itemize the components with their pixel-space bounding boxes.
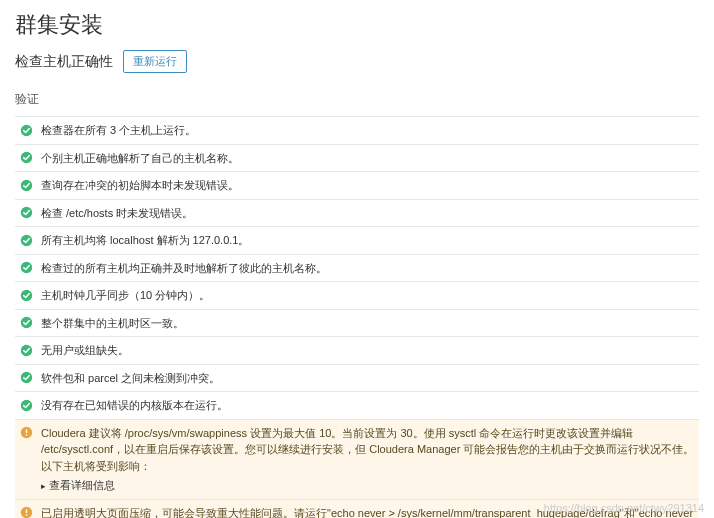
warn-icon [19,426,33,440]
verify-item-text: 检查器在所有 3 个主机上运行。 [41,122,695,139]
verify-item: 个别主机正确地解析了自己的主机名称。 [15,145,699,173]
svg-point-10 [20,399,31,410]
verify-item: 检查 /etc/hosts 时未发现错误。 [15,200,699,228]
check-icon [19,151,33,165]
svg-point-5 [20,262,31,273]
detail-toggle[interactable]: 查看详细信息 [41,477,695,494]
svg-point-3 [20,207,31,218]
check-icon [19,123,33,137]
section-label: 验证 [15,91,699,108]
verify-item-text: 检查 /etc/hosts 时未发现错误。 [41,205,695,222]
svg-rect-15 [25,509,26,513]
svg-rect-12 [25,429,26,433]
page-title: 群集安装 [15,10,699,40]
rerun-button[interactable]: 重新运行 [123,50,187,73]
svg-point-2 [20,179,31,190]
verify-item-text: 没有存在已知错误的内核版本在运行。 [41,397,695,414]
svg-point-7 [20,317,31,328]
svg-point-4 [20,234,31,245]
check-icon [19,316,33,330]
check-icon [19,343,33,357]
verify-item: 软件包和 parcel 之间未检测到冲突。 [15,365,699,393]
svg-point-8 [20,344,31,355]
svg-point-1 [20,152,31,163]
verify-item-text: 所有主机均将 localhost 解析为 127.0.0.1。 [41,232,695,249]
verify-item-text: 查询存在冲突的初始脚本时未发现错误。 [41,177,695,194]
verify-item: Cloudera 建议将 /proc/sys/vm/swappiness 设置为… [15,420,699,500]
verify-item-text: Cloudera 建议将 /proc/sys/vm/swappiness 设置为… [41,425,695,494]
verify-item: 检查器在所有 3 个主机上运行。 [15,116,699,145]
warn-icon [19,506,33,519]
check-icon [19,233,33,247]
verify-item: 所有主机均将 localhost 解析为 127.0.0.1。 [15,227,699,255]
svg-point-13 [25,434,27,436]
verify-item: 整个群集中的主机时区一致。 [15,310,699,338]
verify-item-text: 无用户或组缺失。 [41,342,695,359]
verify-item-text: 检查过的所有主机均正确并及时地解析了彼此的主机名称。 [41,260,695,277]
subtitle: 检查主机正确性 [15,53,113,71]
verify-item: 查询存在冲突的初始脚本时未发现错误。 [15,172,699,200]
svg-point-9 [20,372,31,383]
svg-point-0 [20,124,31,135]
verify-item-text: 主机时钟几乎同步（10 分钟内）。 [41,287,695,304]
verify-item-text: 个别主机正确地解析了自己的主机名称。 [41,150,695,167]
verify-list: 检查器在所有 3 个主机上运行。个别主机正确地解析了自己的主机名称。查询存在冲突… [15,116,699,518]
check-icon [19,371,33,385]
check-icon [19,178,33,192]
check-icon [19,206,33,220]
svg-point-6 [20,289,31,300]
svg-point-16 [25,514,27,516]
check-icon [19,398,33,412]
verify-item: 检查过的所有主机均正确并及时地解析了彼此的主机名称。 [15,255,699,283]
subtitle-row: 检查主机正确性 重新运行 [15,50,699,73]
watermark: https://blog.csdn.net/ctwy291314 [544,502,704,514]
verify-item: 无用户或组缺失。 [15,337,699,365]
verify-item: 主机时钟几乎同步（10 分钟内）。 [15,282,699,310]
verify-item-text: 整个群集中的主机时区一致。 [41,315,695,332]
check-icon [19,288,33,302]
check-icon [19,261,33,275]
verify-item: 没有存在已知错误的内核版本在运行。 [15,392,699,420]
verify-item-text: 软件包和 parcel 之间未检测到冲突。 [41,370,695,387]
